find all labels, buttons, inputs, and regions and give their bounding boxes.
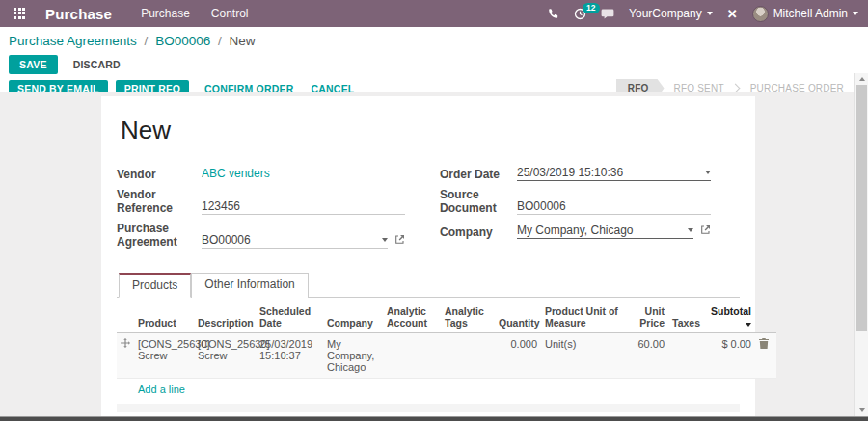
cell-company[interactable]: My Company, Chicago [323,333,383,379]
scroll-down-arrow[interactable] [855,405,868,416]
company-label: Company [440,225,517,239]
purchase-agreement-input[interactable] [202,233,378,247]
breadcrumb-separator: / [145,34,149,48]
col-product[interactable]: Product [134,300,194,333]
menu-control[interactable]: Control [211,7,249,20]
activities-clock-icon[interactable]: 12 [574,8,586,20]
breadcrumb-current: New [229,34,255,48]
table-footer-band [117,404,740,412]
trash-column-header [755,300,776,333]
order-lines-table: Product Description Scheduled Date Compa… [117,300,776,400]
order-date-input[interactable] [517,166,701,179]
delete-line-button[interactable] [755,333,776,379]
cell-subtotal: $ 0.00 [703,333,755,379]
cell-description[interactable]: [CONS_25630] Screw [194,333,256,379]
purchase-agreement-label: Purchase Agreement [117,222,202,249]
col-scheduled-date[interactable]: Scheduled Date [256,300,323,333]
form-sheet: New Vendor ABC venders Vendor Reference [101,96,755,416]
cell-product[interactable]: [CONS_25630] Screw [134,333,194,379]
vendor-reference-label: Vendor Reference [117,188,202,215]
control-panel: Purchase Agreements / BO00006 / New SAVE… [0,27,868,81]
handle-column-header [117,300,134,333]
col-analytic-account[interactable]: Analytic Account [383,300,441,333]
vendor-value-link[interactable]: ABC venders [202,167,270,180]
user-avatar [752,6,769,22]
activity-count-badge: 12 [583,3,599,13]
source-document-input[interactable] [517,199,711,213]
odoo-window: Purchase Purchase Control 12 YourCompany… [0,0,868,421]
subtotal-caret-icon[interactable] [746,323,751,327]
chevron-down-icon [707,12,713,15]
vendor-reference-input[interactable] [202,199,405,213]
scroll-up-arrow[interactable] [855,73,868,85]
bottom-window-edge [0,416,868,421]
tab-products[interactable]: Products [119,273,191,298]
col-quantity[interactable]: Quantity [495,300,541,333]
order-date-label: Order Date [440,168,517,181]
col-analytic-tags[interactable]: Analytic Tags [441,300,495,333]
table-header-row: Product Description Scheduled Date Compa… [117,300,776,333]
user-menu[interactable]: Mitchell Admin [752,6,858,22]
datepicker-caret-icon[interactable] [705,171,711,174]
external-link-icon[interactable] [700,222,711,239]
external-link-icon[interactable] [394,231,405,249]
company-name: YourCompany [629,7,702,20]
record-title: New [121,116,740,145]
col-subtotal[interactable]: Subtotal [703,300,755,333]
top-navbar: Purchase Purchase Control 12 YourCompany… [0,0,868,27]
app-title[interactable]: Purchase [45,6,112,22]
source-document-label: Source Document [440,188,517,215]
cell-taxes[interactable] [668,333,703,379]
breadcrumb-bo00006[interactable]: BO00006 [155,34,210,48]
add-line-row: Add a line [117,379,776,401]
col-unit-price[interactable]: Unit Price [624,300,668,333]
col-taxes[interactable]: Taxes [668,300,703,333]
add-a-line-link[interactable]: Add a line [138,383,185,395]
close-icon[interactable]: ✕ [727,7,738,21]
col-description[interactable]: Description [194,300,256,333]
cell-analytic-tags[interactable] [441,333,495,379]
notebook-tabs: Products Other Information [117,273,740,298]
cell-scheduled-date[interactable]: 25/03/2019 15:10:37 [256,333,323,379]
user-name: Mitchell Admin [773,7,848,20]
chevron-down-icon [853,12,858,15]
cell-analytic-account[interactable] [383,333,441,379]
apps-grid-icon[interactable] [14,8,26,20]
scrollbar-thumb[interactable] [856,85,867,331]
vertical-scrollbar[interactable] [854,73,868,416]
dropdown-caret-icon[interactable] [382,238,388,242]
menu-purchase[interactable]: Purchase [141,7,190,20]
company-switcher[interactable]: YourCompany [629,7,713,20]
discard-button[interactable]: DISCARD [71,55,122,74]
phone-icon[interactable] [547,8,559,20]
drag-handle[interactable] [117,333,134,379]
dropdown-caret-icon[interactable] [688,228,693,232]
breadcrumb: Purchase Agreements / BO00006 / New [9,34,859,48]
cell-unit-price[interactable]: 60.00 [624,333,668,379]
messages-chat-icon[interactable] [601,8,614,20]
vendor-label: Vendor [117,168,202,181]
form-view: New Vendor ABC venders Vendor Reference [0,92,868,416]
col-company[interactable]: Company [323,300,383,333]
breadcrumb-separator: / [218,34,222,48]
cell-uom[interactable]: Unit(s) [541,333,624,379]
company-input[interactable] [517,224,684,237]
save-button[interactable]: SAVE [9,55,58,74]
breadcrumb-purchase-agreements[interactable]: Purchase Agreements [9,34,137,48]
order-line-row[interactable]: [CONS_25630] Screw [CONS_25630] Screw 25… [117,333,776,379]
tab-other-information[interactable]: Other Information [191,273,308,298]
col-uom[interactable]: Product Unit of Measure [541,300,624,333]
cell-quantity[interactable]: 0.000 [495,333,541,379]
